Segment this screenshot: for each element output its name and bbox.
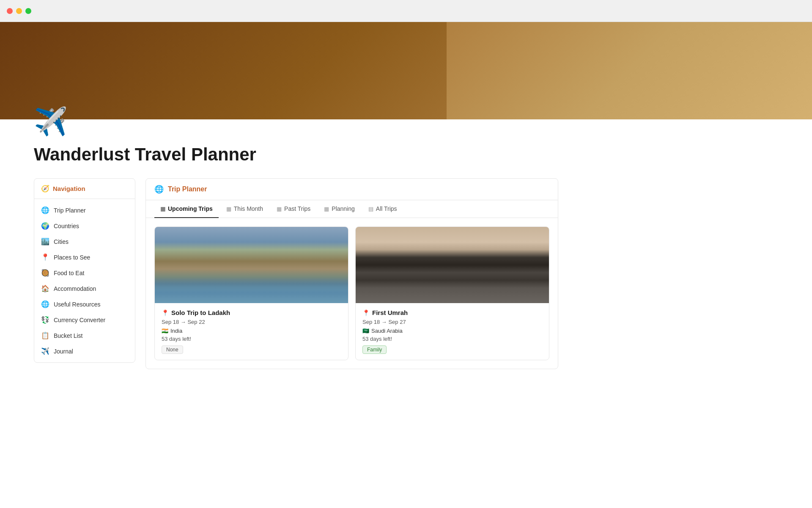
tab-icon-past: ▦ [277,206,282,212]
sidebar-nav-header: 🧭 Navigation [34,179,135,199]
sidebar-label-countries: Countries [54,223,79,229]
sidebar-icon-cities: 🏙️ [41,237,49,246]
sidebar-label-food: Food to Eat [54,270,84,276]
sidebar-icon-food: 🥘 [41,269,49,277]
main-layout: 🧭 Navigation 🌐 Trip Planner 🌍 Countries … [34,178,558,369]
tab-label-month: This Month [234,205,263,212]
tab-all[interactable]: ▤ All Trips [362,200,403,218]
close-button[interactable] [7,8,13,14]
sidebar-item-accommodation[interactable]: 🏠 Accommodation [34,281,135,296]
sidebar-item-food[interactable]: 🥘 Food to Eat [34,265,135,281]
sidebar-items-list: 🌐 Trip Planner 🌍 Countries 🏙️ Cities 📍 P… [34,199,135,362]
pin-icon-umrah: 📍 [362,309,370,316]
tab-month[interactable]: ▦ This Month [220,200,269,218]
page-content: ✈️ Wanderlust Travel Planner 🧭 Navigatio… [0,106,592,386]
sidebar-label-accommodation: Accommodation [54,285,96,292]
sidebar-item-trip-planner[interactable]: 🌐 Trip Planner [34,202,135,218]
panel-header: 🌐 Trip Planner [146,179,558,200]
content-panel: 🌐 Trip Planner ▦ Upcoming Trips ▦ This M… [145,178,558,369]
panel-title: Trip Planner [168,185,207,193]
navigation-label: Navigation [53,185,85,192]
sidebar-item-places[interactable]: 📍 Places to See [34,249,135,265]
minimize-button[interactable] [16,8,22,14]
tab-icon-all: ▤ [368,206,373,212]
trip-title-ladakh: Solo Trip to Ladakh [171,309,230,316]
sidebar: 🧭 Navigation 🌐 Trip Planner 🌍 Countries … [34,178,135,363]
tab-past[interactable]: ▦ Past Trips [271,200,316,218]
trip-card-ladakh[interactable]: 📍 Solo Trip to Ladakh Sep 18 → Sep 22 🇮🇳… [154,226,348,360]
trip-country-ladakh: 🇮🇳 India [162,328,341,334]
tab-label-upcoming: Upcoming Trips [168,205,213,212]
trip-image-umrah [356,227,549,303]
panel-icon: 🌐 [154,185,164,194]
tabs-bar: ▦ Upcoming Trips ▦ This Month ▦ Past Tri… [146,200,558,218]
tab-icon-upcoming: ▦ [160,206,165,212]
trips-grid: 📍 Solo Trip to Ladakh Sep 18 → Sep 22 🇮🇳… [146,218,558,369]
tab-icon-month: ▦ [226,206,231,212]
sidebar-item-resources[interactable]: 🌐 Useful Resources [34,296,135,312]
country-flag-umrah: 🇸🇦 [362,328,369,334]
trip-card-umrah[interactable]: 📍 First Umrah Sep 18 → Sep 27 🇸🇦 Saudi A… [355,226,549,360]
country-name-umrah: Saudi Arabia [371,328,403,334]
sidebar-icon-countries: 🌍 [41,222,49,230]
sidebar-label-bucket: Bucket List [54,332,82,339]
hero-banner [0,22,812,119]
tab-label-past: Past Trips [284,205,310,212]
sidebar-icon-resources: 🌐 [41,300,49,308]
trip-name-umrah: 📍 First Umrah [362,309,542,316]
page-icon: ✈️ [34,106,558,138]
trip-title-umrah: First Umrah [372,309,408,316]
trip-days-umrah: 53 days left! [362,336,542,342]
trip-days-ladakh: 53 days left! [162,336,341,342]
country-name-ladakh: India [170,328,182,334]
sidebar-label-places: Places to See [54,254,90,261]
sidebar-label-resources: Useful Resources [54,301,101,308]
trip-dates-umrah: Sep 18 → Sep 27 [362,319,542,325]
tab-upcoming[interactable]: ▦ Upcoming Trips [154,200,219,218]
sidebar-item-bucket[interactable]: 📋 Bucket List [34,328,135,343]
sidebar-label-cities: Cities [54,238,69,245]
maximize-button[interactable] [25,8,31,14]
trip-country-umrah: 🇸🇦 Saudi Arabia [362,328,542,334]
sidebar-icon-places: 📍 [41,253,49,261]
sidebar-nav-card: 🧭 Navigation 🌐 Trip Planner 🌍 Countries … [34,178,135,363]
trip-name-ladakh: 📍 Solo Trip to Ladakh [162,309,341,316]
sidebar-icon-currency: 💱 [41,316,49,324]
trip-card-body-ladakh: 📍 Solo Trip to Ladakh Sep 18 → Sep 22 🇮🇳… [155,303,348,360]
trip-card-body-umrah: 📍 First Umrah Sep 18 → Sep 27 🇸🇦 Saudi A… [356,303,549,360]
navigation-icon: 🧭 [41,185,49,193]
tab-label-planning: Planning [332,205,355,212]
tab-planning[interactable]: ▦ Planning [318,200,361,218]
sidebar-item-countries[interactable]: 🌍 Countries [34,218,135,234]
sidebar-icon-trip-planner: 🌐 [41,206,49,214]
sidebar-icon-accommodation: 🏠 [41,284,49,293]
sidebar-icon-bucket: 📋 [41,331,49,340]
country-flag-ladakh: 🇮🇳 [162,328,168,334]
page-title: Wanderlust Travel Planner [34,144,558,165]
sidebar-item-currency[interactable]: 💱 Currency Converter [34,312,135,328]
trip-tag-umrah: Family [362,345,387,354]
sidebar-icon-journal: ✈️ [41,347,49,355]
pin-icon-ladakh: 📍 [162,309,169,316]
sidebar-label-trip-planner: Trip Planner [54,207,86,214]
trip-dates-ladakh: Sep 18 → Sep 22 [162,319,341,325]
sidebar-item-cities[interactable]: 🏙️ Cities [34,234,135,249]
titlebar [0,0,812,22]
tab-icon-planning: ▦ [324,206,329,212]
sidebar-label-journal: Journal [54,348,73,355]
sidebar-label-currency: Currency Converter [54,317,105,323]
trip-image-ladakh [155,227,348,303]
tab-label-all: All Trips [376,205,397,212]
sidebar-item-journal[interactable]: ✈️ Journal [34,343,135,359]
trip-tag-ladakh: None [162,345,183,354]
